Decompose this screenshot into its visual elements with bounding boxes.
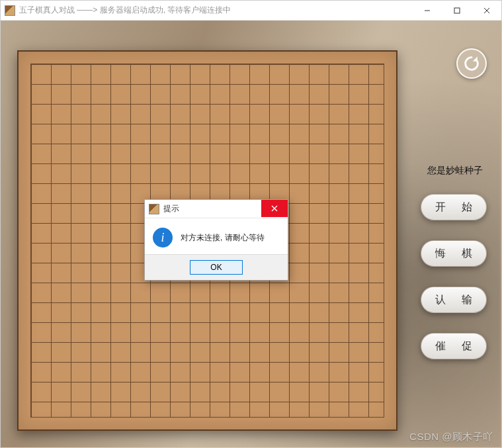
titlebar: 五子棋真人对战 ——> 服务器端启动成功, 等待客户端连接中: [1, 1, 501, 21]
svg-rect-0: [454, 8, 460, 13]
dialog-footer: OK: [145, 254, 288, 280]
dialog-app-icon: [149, 204, 159, 214]
dialog-body: i 对方未连接, 请耐心等待: [145, 218, 288, 254]
info-dialog: 提示 i 对方未连接, 请耐心等待 OK: [144, 199, 288, 281]
resign-button[interactable]: 认 输: [421, 287, 487, 313]
side-buttons: 开 始 悔 棋 认 输 催 促: [421, 194, 487, 359]
window-close-button[interactable]: [472, 1, 501, 21]
app-window: 五子棋真人对战 ——> 服务器端启动成功, 等待客户端连接中 您是妙蛙种子: [0, 0, 502, 448]
undo-button[interactable]: 悔 棋: [421, 240, 487, 267]
dialog-title: 提示: [163, 203, 179, 214]
minimize-button[interactable]: [412, 1, 442, 21]
dialog-message: 对方未连接, 请耐心等待: [181, 232, 265, 244]
maximize-button[interactable]: [442, 1, 472, 21]
dialog-close-button[interactable]: [261, 200, 288, 217]
info-icon: i: [153, 228, 173, 247]
urge-button[interactable]: 催 促: [421, 333, 487, 359]
window-title: 五子棋真人对战 ——> 服务器端启动成功, 等待客户端连接中: [19, 5, 231, 16]
dialog-titlebar: 提示: [145, 200, 288, 218]
window-controls: [412, 1, 501, 21]
refresh-icon: [462, 54, 481, 73]
app-icon: [5, 5, 15, 16]
start-button[interactable]: 开 始: [421, 194, 487, 220]
watermark: CSDN @顾木子吖: [409, 431, 493, 443]
close-icon: [271, 205, 278, 212]
refresh-button[interactable]: [456, 48, 487, 79]
player-label: 您是妙蛙种子: [427, 165, 483, 177]
game-area: 您是妙蛙种子 开 始 悔 棋 认 输 催 促 提示 i 对方未连接, 请耐心等待…: [1, 21, 501, 447]
dialog-ok-button[interactable]: OK: [190, 260, 243, 275]
